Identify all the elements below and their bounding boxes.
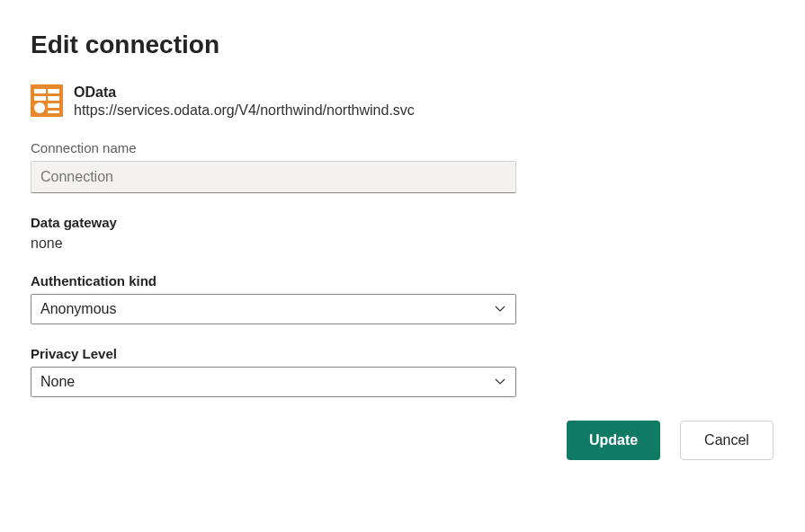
connection-name-field: Connection name: [31, 140, 774, 193]
svg-rect-3: [34, 96, 46, 101]
odata-icon: [31, 84, 63, 117]
svg-point-7: [34, 102, 45, 113]
update-button[interactable]: Update: [567, 421, 660, 460]
privacy-level-field: Privacy Level None: [31, 346, 774, 397]
svg-rect-5: [48, 103, 59, 108]
auth-kind-label: Authentication kind: [31, 273, 774, 288]
connection-name-label: Connection name: [31, 140, 774, 155]
svg-rect-2: [48, 89, 59, 93]
cancel-button[interactable]: Cancel: [680, 421, 774, 460]
data-gateway-field: Data gateway none: [31, 215, 774, 252]
privacy-level-selected: None: [40, 374, 75, 390]
svg-rect-4: [48, 96, 59, 101]
auth-kind-dropdown[interactable]: Anonymous: [31, 294, 516, 324]
chevron-down-icon: [494, 303, 506, 315]
svg-rect-1: [34, 89, 46, 93]
connector-header: OData https://services.odata.org/V4/nort…: [31, 84, 774, 119]
privacy-level-label: Privacy Level: [31, 346, 774, 361]
auth-kind-selected: Anonymous: [40, 301, 117, 317]
privacy-level-dropdown[interactable]: None: [31, 367, 516, 397]
connection-name-input[interactable]: [31, 161, 516, 193]
chevron-down-icon: [494, 376, 506, 388]
page-title: Edit connection: [31, 31, 774, 59]
data-gateway-value: none: [31, 235, 774, 252]
action-buttons: Update Cancel: [31, 421, 774, 460]
svg-rect-6: [48, 111, 59, 113]
connector-url: https://services.odata.org/V4/northwind/…: [74, 102, 415, 119]
data-gateway-label: Data gateway: [31, 215, 774, 230]
auth-kind-field: Authentication kind Anonymous: [31, 273, 774, 324]
connector-name: OData: [74, 84, 415, 101]
